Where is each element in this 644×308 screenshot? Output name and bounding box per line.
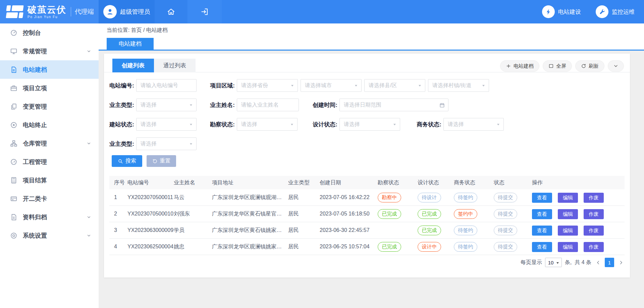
toolbar-chevron-down-button[interactable] [608,60,624,72]
filter-fields: 请选择 [443,118,504,131]
column-header: 创建日期 [320,176,341,189]
reset-button[interactable]: 重置 [147,155,176,167]
page-tab[interactable]: 电站建档 [107,38,154,50]
filter-label: 商务状态: [412,121,441,128]
owner-name: 姚忠 [174,239,184,255]
document-icon [10,66,17,73]
created-date: 2023-06-25 10:57:04 [320,239,370,255]
settings-icon [10,232,17,239]
tab-create-list[interactable]: 创建列表 [112,59,154,72]
sidebar-item-card[interactable]: 开二类卡 [0,189,99,208]
edit-button[interactable]: 编辑 [558,209,578,219]
placeholder-text: 请选择 [241,121,257,128]
search-button[interactable]: 搜索 [112,155,142,167]
void-button[interactable]: 作废 [584,193,604,203]
void-button[interactable]: 作废 [584,242,604,252]
filter-select[interactable]: 请选择 [339,118,400,131]
per-page-select[interactable]: 10 [545,258,562,267]
total-label: 共 4 条 [575,259,591,266]
filter-group: 电站编号:请输入电站编号 [109,79,197,92]
filter-select[interactable]: 请选择省份 [237,79,298,92]
sidebar-item-monitor[interactable]: 常规管理 [0,42,99,60]
view-button[interactable]: 查看 [532,193,552,203]
filter-group: 业主类型:请选择 [109,99,197,111]
sidebar-item-sitemap[interactable]: 仓库管理 [0,134,99,152]
sidebar-item-document[interactable]: 电站建档 [0,60,99,79]
caret-down-icon [290,122,294,127]
brand-subtitle: Po Jian Yun Fu [28,15,66,19]
page-1-button[interactable]: 1 [605,258,614,267]
home-button[interactable] [155,0,187,23]
next-page-button[interactable] [617,258,625,267]
sidebar-item-label: 开二类卡 [23,195,47,203]
filter-fields: 请选择省份请选择城市请选择县/区请选择村镇/街道 [237,79,489,92]
void-button[interactable]: 作废 [584,209,604,219]
sidebar-item-copy[interactable]: 变更管理 [0,97,99,116]
sidebar-item-label: 资料归档 [23,213,47,221]
search-button-label: 搜索 [125,158,136,165]
sidebar-item-target[interactable]: 电站终止 [0,116,99,134]
filter-select[interactable]: 请选择 [136,99,197,111]
date-range-input[interactable]: 请选择日期范围 [339,99,448,111]
edit-button[interactable]: 编辑 [558,242,578,252]
view-button[interactable]: 查看 [532,242,552,252]
caret-down-icon [496,122,500,127]
filter-group: 勘察状态:请选择 [208,118,298,131]
caret-down-icon [189,103,193,107]
brand-tag: 代理端 [75,7,94,16]
owner-type: 居民 [288,222,299,238]
toolbar-plus-button[interactable]: 电站建档 [500,60,539,72]
lightning-icon [542,5,555,18]
chevron-down-icon [555,261,560,265]
filter-select[interactable]: 请选择 [136,118,197,131]
sidebar-item-archive[interactable]: 资料归档 [0,208,99,226]
user-name: 超级管理员 [120,8,150,16]
filter-select[interactable]: 请选择 [237,118,298,131]
sidebar-item-gauge[interactable]: 工程管理 [0,152,99,171]
gauge-icon [10,158,17,166]
breadcrumb-trail[interactable]: 首页 / 电站建档 [131,27,167,33]
sidebar-item-settings[interactable]: 系统设置 [0,226,99,245]
filter-select[interactable]: 请选择县/区 [364,79,425,92]
filter-select[interactable]: 请选择村镇/街道 [428,79,489,92]
tab-passed-list[interactable]: 通过列表 [154,59,196,72]
view-button[interactable]: 查看 [532,226,552,236]
user-menu[interactable]: 超级管理员 [99,0,155,23]
refresh-icon [581,63,586,69]
sidebar-item-briefcase[interactable]: 项目立项 [0,79,99,97]
business-status-badge: 签约中 [454,209,477,219]
edit-button[interactable]: 编辑 [558,226,578,236]
filter-label: 电站编号: [109,82,134,89]
toolbar-button-label: 刷新 [589,63,599,69]
header-nav: 电站建设监控运维 [542,0,635,23]
filter-fields: 请选择 [237,118,298,131]
logout-button[interactable] [187,0,222,23]
toolbar-fullscreen-button[interactable]: 全屏 [543,60,572,72]
app-header: 破茧云伏 Po Jian Yun Fu 代理端 超级管理员 电站建设监控运维 [0,0,644,23]
target-icon [10,121,17,129]
filter-input[interactable]: 请输入电站编号 [136,79,197,92]
filter-select[interactable]: 请选择 [443,118,504,131]
filter-fields: 请选择日期范围 [339,99,448,111]
caret-down-icon [354,83,358,88]
card-toolbar: 电站建档全屏刷新 [500,60,624,72]
toolbar-refresh-button[interactable]: 刷新 [575,60,604,72]
filter-fields: 请输入业主姓名 [237,99,299,111]
filter-fields: 请选择 [136,137,197,150]
void-button[interactable]: 作废 [584,226,604,236]
table-row: 2YX2023070500010刘强东广东深圳龙华区黄石镇星官大...居民202… [109,206,625,222]
sidebar-item-calculator[interactable]: 项目结算 [0,171,99,189]
header-nav-wrench[interactable]: 监控运维 [596,5,635,18]
edit-button[interactable]: 编辑 [558,193,578,203]
chevron-down-icon [87,141,91,146]
filter-input[interactable]: 请输入业主姓名 [237,99,299,111]
view-button[interactable]: 查看 [532,209,552,219]
filter-select[interactable]: 请选择城市 [301,79,362,92]
sidebar-item-dashboard[interactable]: 控制台 [0,23,99,42]
prev-page-button[interactable] [594,258,602,267]
header-nav-lightning[interactable]: 电站建设 [542,5,581,18]
filter-select[interactable]: 请选择 [136,137,197,150]
filter-group: 商务状态:请选择 [412,118,504,131]
station-code: YX2023063000009 [127,222,173,238]
survey-status-badge: 勘察中 [378,193,401,202]
